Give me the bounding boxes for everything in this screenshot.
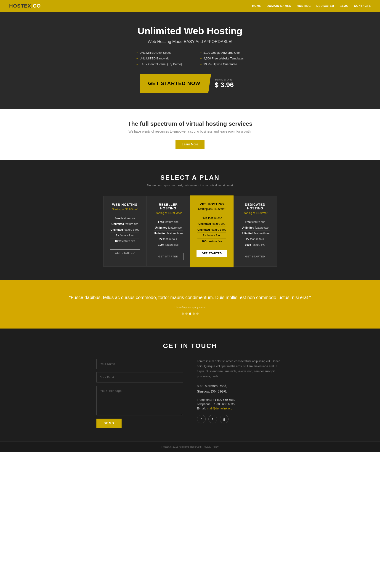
feature-5: 100x feature five [197,239,226,244]
dot-4[interactable] [193,313,195,315]
cta-label: GET STARTED NOW [140,76,209,91]
feature-2: Unlimited feature two [110,221,139,227]
feature-disk: UNLIMITED Disk Space [136,51,182,54]
email-line: E-mail: mail@demolink.org [197,407,284,410]
contact-description: Lorem ipsum dolor sit amet, consectetuer… [197,359,284,379]
plan-price: Starting at $19.96/mo* [155,212,182,215]
author-name: Linda Grey, [174,306,187,309]
plans-grid: WEB HOSTING Starting at $3.96/mo* Free f… [103,196,277,267]
plan-dedicated-hosting: DEDICATED HOSTING Starting at $139/mo* F… [233,196,277,267]
contact-info: Lorem ipsum dolor sit amet, consectetuer… [197,359,284,428]
plan-name: RESELLER HOSTING [151,203,186,210]
message-textarea[interactable] [96,386,183,415]
spectrum-title: The full spectrum of virtual hosting ser… [9,120,371,127]
email-link[interactable]: mail@demolink.org [207,407,232,410]
feature-3: Unlimited feature three [110,227,139,233]
plans-title: SELECT A PLAN [9,174,371,181]
plan-features-list: Free feature one Unlimited feature two U… [241,219,269,248]
plan-features-list: Free feature one Unlimited feature two U… [110,216,139,244]
plan-name: DEDICATED HOSTING [237,203,273,210]
feature-3: Unlimited feature three [241,231,269,236]
feature-5: 100x feature five [110,238,139,244]
feature-4: 2x feature four [110,233,139,238]
logo-main: HOSTEX [9,3,31,9]
contact-form: SEND [96,359,183,428]
footer-text: Hostex.© 2015 All Rights Reserved | Priv… [4,445,376,448]
email-label: E-mail: [197,407,206,410]
freephone: Freephone: +1 800 559 6580 [197,398,284,401]
plans-section: SELECT A PLAN Neque porro quisquam est, … [0,160,380,280]
plan-get-started-button[interactable]: GET STARTED [153,253,184,260]
plan-name: WEB HOSTING [112,203,137,206]
spectrum-section: The full spectrum of virtual hosting ser… [0,109,380,160]
plan-get-started-button[interactable]: GET STARTED [240,253,270,260]
feature-2: Unlimited feature two [154,225,183,231]
plan-features-list: Free feature one Unlimited feature two U… [154,219,183,248]
dot-1[interactable] [182,313,184,315]
feature-uptime: 99.9% Uptime Guarantee [200,62,244,66]
testimonial-author: Linda Grey, company name [18,305,362,309]
feature-2: Unlimited feature two [241,225,269,231]
feature-bandwidth: UNLIMITED Bandwidth [136,57,182,60]
logo-suffix: .CO [31,3,41,9]
testimonial-section: "Fusce dapibus, tellus ac cursus commodo… [0,280,380,329]
plan-web-hosting: WEB HOSTING Starting at $3.96/mo* Free f… [103,196,147,267]
dot-3[interactable] [189,313,191,315]
feature-3: Unlimited feature three [154,231,183,236]
plan-reseller-hosting: RESELLER HOSTING Starting at $19.96/mo* … [147,196,190,267]
feature-1: Free feature one [241,219,269,225]
nav-contacts[interactable]: CONTACTS [354,4,371,8]
contact-title: GET IN TOUCH [9,342,371,350]
feature-1: Free feature one [154,219,183,225]
feature-4: 2x feature four [241,236,269,242]
hero-features-left: UNLIMITED Disk Space UNLIMITED Bandwidth… [136,51,182,66]
dot-2[interactable] [185,313,188,315]
feature-1: Free feature one [110,216,139,221]
social-facebook[interactable]: f [197,415,206,423]
plan-get-started-button[interactable]: GET STARTED [196,250,227,257]
feature-1: Free feature one [197,215,226,221]
testimonial-dots [18,313,362,315]
cta-starting-text: Starting at Only [215,78,232,81]
nav-dedicated[interactable]: DEDICATED [316,4,334,8]
cta-price-value: $ 3.96 [215,81,234,89]
plans-subtitle: Neque porro quisquam est, qui dolorem ip… [9,184,371,187]
nav-hosting[interactable]: HOSTING [297,4,311,8]
feature-4: 2x feature four [197,233,226,239]
nav-domain-names[interactable]: DOMAIN NAMES [267,4,291,8]
feature-adwords: $100 Google AdWords Offer [200,51,244,54]
hero-section: Unlimited Web Hosting Web Hosting Made E… [0,12,380,109]
feature-2: Unlimited feature two [197,221,226,227]
testimonial-quote: "Fusce dapibus, tellus ac cursus commodo… [18,294,362,301]
social-twitter[interactable]: t [209,415,217,423]
plan-price: Starting at $3.96/mo* [112,208,138,211]
author-company: company name [188,306,206,309]
plan-features-list: Free feature one Unlimited feature two U… [197,215,226,244]
send-button[interactable]: SEND [96,419,122,428]
feature-5: 100x feature five [241,242,269,248]
plan-name: VPS HOSTING [199,202,224,206]
spectrum-subtitle: We have plenty of resources to empower a… [9,130,371,133]
cta-button[interactable]: GET STARTED NOW Starting at Only $ 3.96 [140,74,240,93]
nav-home[interactable]: HOME [252,4,261,8]
contact-grid: SEND Lorem ipsum dolor sit amet, consect… [96,359,284,428]
email-input[interactable] [96,372,183,382]
main-nav: HOME DOMAIN NAMES HOSTING DEDICATED BLOG… [252,4,371,8]
telephone: Telephone: +1 800 603 6035 [197,402,284,406]
dot-5[interactable] [196,313,199,315]
footer: Hostex.© 2015 All Rights Reserved | Priv… [0,441,380,452]
feature-4: 2x feature four [154,236,183,242]
nav-blog[interactable]: BLOG [340,4,349,8]
contact-section: GET IN TOUCH SEND Lorem ipsum dolor sit … [0,329,380,441]
contact-address: 8901 Marmora Road, Glasgow, D04 89GR. [197,383,284,394]
plan-vps-hosting: VPS HOSTING Starting at $15.96/mo* Free … [190,196,233,267]
name-input[interactable] [96,359,183,369]
plan-get-started-button[interactable]: GET STARTED [110,249,140,256]
feature-templates: 4,500 Free Website Templates [200,57,244,60]
learn-more-button[interactable]: Learn More [175,140,205,149]
hero-title: Unlimited Web Hosting [9,26,371,37]
social-icons: f t g [197,415,284,423]
logo: HOSTEX.CO [9,3,41,9]
cta-price: Starting at Only $ 3.96 [209,74,240,93]
social-google[interactable]: g [220,415,228,423]
